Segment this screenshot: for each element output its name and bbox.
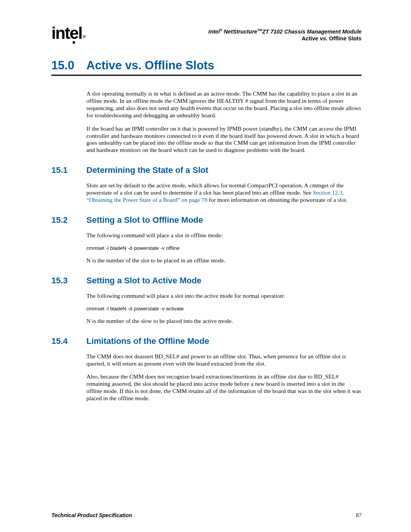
section-number: 15.2 [51,215,86,225]
header-doc-title: Intel® NetStructureTMZT 7102 Chassis Man… [209,28,362,35]
logo-part-e: e [70,25,78,42]
chapter-title: Active vs. Offline Slots [86,59,214,72]
logo-part-1: int [51,24,70,42]
intro-p2: If the board has an IPMI controller on i… [86,125,362,154]
s2-p2: N is the number of the slot to be placed… [86,257,362,264]
s3-p2: N is the number of the slow to be placed… [86,318,362,325]
hdr-pre: Intel [209,29,220,35]
chapter-number: 15.0 [51,59,86,72]
hdr-mid: NetStructure [222,29,257,35]
section-number: 15.4 [51,336,86,346]
section-15-3-heading: 15.3 Setting a Slot to Active Mode [51,276,362,286]
section-number: 15.3 [51,276,86,286]
section-title: Determining the State of a Slot [86,165,208,175]
section-15-4-heading: 15.4 Limitations of the Offline Mode [51,336,362,346]
s1-text-a: Slots are set by default to the active m… [86,182,344,196]
intel-logo: intel® [51,25,85,42]
chapter-heading: 15.0 Active vs. Offline Slots [51,59,362,76]
section-15-4-body: The CMM does not deassert BD_SEL# and po… [86,353,362,402]
s2-p1: The following command will place a slot … [86,232,362,239]
s3-command: cmmset -l bladeN -d powerstate -v activa… [86,306,362,312]
section-title: Setting a Slot to Active Mode [86,276,201,286]
page-footer: Technical Product Specification 87 [51,512,362,519]
s4-p1: The CMM does not deassert BD_SEL# and po… [86,353,362,367]
logo-part-l: l [78,24,82,42]
footer-doc-type: Technical Product Specification [51,512,132,519]
page-header: intel® Intel® NetStructureTMZT 7102 Chas… [51,25,362,42]
s3-p1: The following command will place a slot … [86,292,362,300]
logo-reg: ® [83,34,85,39]
section-title: Limitations of the Offline Mode [86,336,209,346]
hdr-sup2: TM [257,28,262,32]
section-15-2-body: The following command will place a slot … [86,232,362,264]
s4-p2: Also, because the CMM does not recognize… [86,373,362,402]
section-15-3-body: The following command will place a slot … [86,292,362,325]
header-right: Intel® NetStructureTMZT 7102 Chassis Man… [209,28,362,42]
hdr-post: ZT 7102 Chassis Management Module [262,29,362,35]
header-section-title: Active vs. Offline Slots [209,35,362,42]
s1-paragraph: Slots are set by default to the active m… [86,182,362,204]
section-title: Setting a Slot to Offline Mode [86,215,203,225]
section-15-1-heading: 15.1 Determining the State of a Slot [51,165,362,175]
page-number: 87 [356,512,362,519]
intro-p1: A slot operating normally is in what is … [86,90,362,119]
section-number: 15.1 [51,165,86,175]
section-15-1-body: Slots are set by default to the active m… [86,182,362,204]
s2-command: cmmset -l bladeN -d powerstate -v offlin… [86,245,362,251]
section-15-2-heading: 15.2 Setting a Slot to Offline Mode [51,215,362,225]
intro-block: A slot operating normally is in what is … [86,90,362,154]
s1-text-b: for more information on obtaining the po… [207,197,347,203]
